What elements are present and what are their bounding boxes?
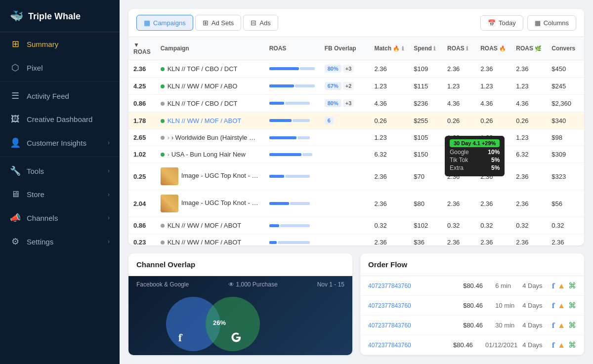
- today-button[interactable]: 📅 Today: [480, 15, 523, 31]
- spend-cell: $150: [409, 146, 442, 163]
- match-cell: 6.32: [369, 146, 409, 163]
- progress-bar: [269, 202, 315, 205]
- campaign-name: KLN // TOF / CBO / DCT: [168, 100, 238, 107]
- bottom-panels: Channel Overlap Facebook & Google 👁 1,00…: [128, 253, 584, 355]
- progress-bar: [269, 153, 315, 156]
- sidebar-item-pixel[interactable]: ⬡ Pixel: [0, 56, 120, 80]
- th-fb-overlap[interactable]: FB Overlap: [320, 37, 370, 60]
- order-phone-link[interactable]: 4072377843760: [368, 302, 458, 309]
- th-roas1[interactable]: ROAS ℹ: [442, 37, 475, 60]
- table-row: 2.36 KLN // TOF / CBO / DCT 80%+3 2.36 $…: [128, 60, 584, 78]
- sidebar-item-label: Channels: [27, 214, 102, 222]
- spend-cell: $70: [409, 163, 442, 190]
- roas-bar-cell: [264, 95, 320, 112]
- th-match[interactable]: Match 🔥 ℹ: [369, 37, 409, 60]
- sidebar-item-settings[interactable]: ⚙ Settings ›: [0, 230, 120, 253]
- campaign-cell: KLN // WW / MOF / ABO: [156, 78, 264, 95]
- table-row: 2.65 ›› Worldwide Bun (Hairstyle New) 1.…: [128, 129, 584, 146]
- sidebar-item-activity-feed[interactable]: ☰ Activity Feed: [0, 84, 120, 108]
- order-phone-link[interactable]: 4072377843760: [368, 322, 458, 329]
- store-icon: 🖥: [10, 189, 21, 200]
- th-roas2[interactable]: ROAS 🔥: [475, 37, 511, 60]
- filter-icon: ▼: [133, 41, 139, 48]
- bar-light: [285, 102, 310, 105]
- spend-cell: $102: [409, 217, 442, 234]
- match-cell: 4.36: [369, 95, 409, 112]
- expand-arrow[interactable]: ›: [168, 151, 169, 158]
- chevron-right-icon: ›: [108, 167, 110, 174]
- spend-cell: $36: [409, 234, 442, 246]
- order-rows: 4072377843760 $80.46 6 min 4 Days 𝐟 ▲ ⌘ …: [360, 276, 584, 355]
- columns-button[interactable]: ▦ Columns: [527, 15, 576, 31]
- campaign-cell: ›› Worldwide Bun (Hairstyle New): [156, 129, 264, 146]
- th-campaign[interactable]: Campaign: [156, 37, 264, 60]
- tab-ads[interactable]: ⊟ Ads: [243, 15, 278, 31]
- table-row: 4.25 KLN // WW / MOF / ABO 67%+2 1.23 $1…: [128, 78, 584, 95]
- sidebar-item-summary[interactable]: ⊞ Summary: [0, 32, 120, 56]
- order-amount: $80.46: [463, 282, 490, 289]
- plus-badge: +3: [343, 99, 354, 107]
- roas-value: 1.02: [128, 146, 156, 163]
- th-convers[interactable]: Convers: [547, 37, 584, 60]
- table-body: 2.36 KLN // TOF / CBO / DCT 80%+3 2.36 $…: [128, 60, 584, 246]
- order-phone-link[interactable]: 4072377843760: [368, 283, 458, 289]
- campaign-cell: KLN // WW / MOF / ABOT: [156, 234, 264, 246]
- bar-light: [297, 136, 310, 139]
- table-row: 0.86 KLN // TOF / CBO / DCT 80%+3 4.36 $…: [128, 95, 584, 112]
- roas-value: 2.04: [128, 190, 156, 217]
- convers-cell: $323: [547, 163, 584, 190]
- order-channel-icons: 𝐟 ▲ ⌘: [552, 340, 576, 350]
- progress-bar: [269, 175, 315, 178]
- fb-overlap-cell: 80%+3: [320, 60, 370, 78]
- order-days: 4 Days: [522, 302, 547, 309]
- th-roas3[interactable]: ROAS 🌿: [511, 37, 547, 60]
- order-row: 4072377843760 $80.46 6 min 4 Days 𝐟 ▲ ⌘: [360, 276, 584, 296]
- status-dot: [161, 224, 165, 228]
- sidebar-item-creative-dashboard[interactable]: 🖼 Creative Dashboard: [0, 108, 120, 131]
- overlap-badge: 80%: [325, 65, 341, 73]
- campaign-name: Image - UGC Top Knot - Blonde - LF Feeli…: [181, 172, 264, 179]
- convers-cell: $98: [547, 129, 584, 146]
- columns-label: Columns: [544, 19, 569, 27]
- roas3-cell: 0.26: [511, 112, 547, 129]
- progress-bar: [269, 136, 315, 139]
- campaign-cell: KLN // TOF / CBO / DCT: [156, 95, 264, 112]
- spend-cell: $105: [409, 129, 442, 146]
- chevron-right-icon: ›: [108, 191, 110, 198]
- spend-cell: $255: [409, 112, 442, 129]
- campaign-link[interactable]: KLN // WW / MOF / ABOT: [168, 117, 242, 124]
- convers-cell: $245: [547, 78, 584, 95]
- fb-overlap-cell: 67%+2: [320, 78, 370, 95]
- th-roas-bar[interactable]: ROAS: [264, 37, 320, 60]
- th-spend[interactable]: Spend ℹ: [409, 37, 442, 60]
- roas2-cell: 4.36: [475, 95, 511, 112]
- ad-thumbnail: [161, 167, 178, 185]
- table-row: 0.25 Image - UGC Top Knot - Blonde - LF …: [128, 163, 584, 190]
- triple-whale-channel-icon: ▲: [557, 321, 565, 330]
- sidebar-item-store[interactable]: 🖥 Store ›: [0, 183, 120, 206]
- sidebar-item-tools[interactable]: 🔧 Tools ›: [0, 159, 120, 183]
- leaf-icon-roas3: 🌿: [535, 45, 542, 51]
- bar-light: [285, 175, 310, 178]
- sidebar-item-channels[interactable]: 📣 Channels ›: [0, 206, 120, 230]
- campaign-name: KLN // WW / MOF / ABO: [168, 82, 238, 90]
- roas-value: 1.78: [128, 112, 156, 129]
- tab-campaigns[interactable]: ▦ Campaigns: [136, 15, 193, 31]
- sidebar-item-label: Activity Feed: [27, 92, 110, 100]
- sidebar-item-customer-insights[interactable]: 👤 Customer Insights ›: [0, 131, 120, 155]
- th-roas-filter[interactable]: ▼ ROAS: [128, 37, 156, 60]
- campaign-cell: KLN // WW / MOF / ABOT: [156, 217, 264, 234]
- convers-cell: 0.32: [547, 217, 584, 234]
- roas-bar-cell: [264, 234, 320, 246]
- tab-ad-sets[interactable]: ⊞ Ad Sets: [195, 15, 242, 31]
- google-icon: [230, 331, 242, 346]
- expand-arrow[interactable]: ›: [168, 134, 169, 141]
- order-row: 4072377843760 $80.46 01/12/2021 4 Days 𝐟…: [360, 335, 584, 355]
- roas3-cell: 2.36: [511, 234, 547, 246]
- bar-blue: [269, 102, 284, 105]
- match-cell: 0.26: [369, 112, 409, 129]
- roas-bar-cell: [264, 217, 320, 234]
- order-phone-link[interactable]: 4072377843760: [368, 342, 448, 349]
- match-cell: 2.36: [369, 60, 409, 78]
- order-row: 4072377843760 $80.46 30 min 4 Days 𝐟 ▲ ⌘: [360, 316, 584, 335]
